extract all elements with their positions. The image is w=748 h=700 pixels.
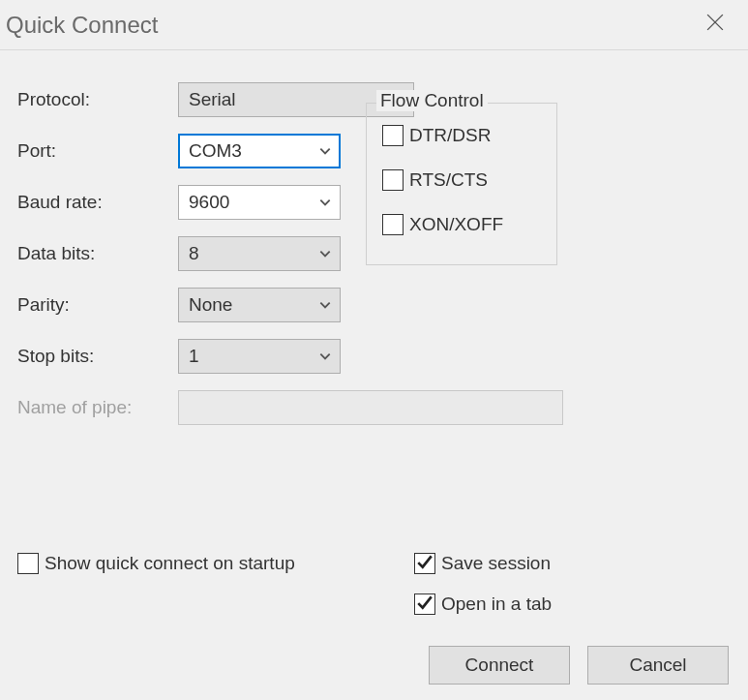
dtr-dsr-checkbox[interactable] xyxy=(382,125,404,146)
chevron-down-icon xyxy=(318,196,332,209)
chevron-down-icon xyxy=(318,298,332,312)
close-icon xyxy=(706,14,724,36)
titlebar: Quick Connect xyxy=(0,0,748,50)
protocol-value: Serial xyxy=(189,89,236,110)
dtr-dsr-label: DTR/DSR xyxy=(409,125,491,146)
save-session-label: Save session xyxy=(441,553,551,574)
parity-combo[interactable]: None xyxy=(178,288,341,322)
save-session-checkbox[interactable] xyxy=(414,553,435,574)
flow-control-legend: Flow Control xyxy=(376,90,488,111)
port-value: COM3 xyxy=(189,140,242,162)
port-label: Port: xyxy=(17,140,178,162)
pipe-label: Name of pipe: xyxy=(17,397,178,418)
startup-label: Show quick connect on startup xyxy=(45,553,295,574)
check-icon xyxy=(416,593,434,616)
pipe-input xyxy=(178,390,563,425)
cancel-button[interactable]: Cancel xyxy=(587,646,729,685)
baud-label: Baud rate: xyxy=(17,192,178,213)
check-icon xyxy=(416,553,434,575)
stopbits-combo[interactable]: 1 xyxy=(178,339,341,374)
connect-button[interactable]: Connect xyxy=(429,646,570,685)
protocol-label: Protocol: xyxy=(17,89,178,110)
xon-xoff-checkbox[interactable] xyxy=(382,214,404,235)
databits-combo[interactable]: 8 xyxy=(178,236,341,271)
chevron-down-icon xyxy=(318,350,332,363)
window-title: Quick Connect xyxy=(6,12,690,39)
baud-combo[interactable]: 9600 xyxy=(178,185,341,220)
databits-value: 8 xyxy=(189,243,199,264)
port-combo[interactable]: COM3 xyxy=(178,134,341,168)
open-tab-checkbox[interactable] xyxy=(414,593,435,615)
parity-value: None xyxy=(189,294,232,316)
parity-label: Parity: xyxy=(17,294,178,316)
baud-value: 9600 xyxy=(189,192,229,213)
chevron-down-icon xyxy=(318,144,332,158)
databits-label: Data bits: xyxy=(17,243,178,264)
rts-cts-label: RTS/CTS xyxy=(409,169,488,191)
open-tab-label: Open in a tab xyxy=(441,593,552,615)
flow-control-group: Flow Control DTR/DSR RTS/CTS XON/XOFF xyxy=(366,103,557,265)
close-button[interactable] xyxy=(690,6,740,45)
stopbits-label: Stop bits: xyxy=(17,346,178,367)
xon-xoff-label: XON/XOFF xyxy=(409,214,503,235)
chevron-down-icon xyxy=(318,247,332,260)
cancel-button-label: Cancel xyxy=(629,654,686,676)
connect-button-label: Connect xyxy=(465,654,534,676)
rts-cts-checkbox[interactable] xyxy=(382,169,404,191)
startup-checkbox[interactable] xyxy=(17,553,39,574)
quick-connect-dialog: Quick Connect Protocol: Serial Port: COM… xyxy=(0,0,748,700)
stopbits-value: 1 xyxy=(189,346,199,367)
